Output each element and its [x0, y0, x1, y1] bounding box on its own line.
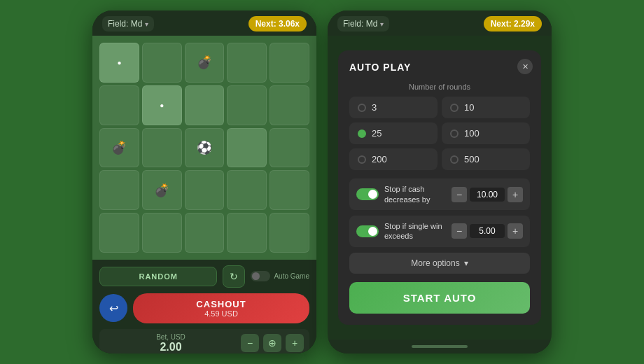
right-field-selector[interactable]: Field: Md ▾ — [337, 16, 389, 31]
left-phone: Field: Md ▾ Next: 3.06x ● 💣 ● 💣 — [92, 10, 316, 354]
modal-close-button[interactable]: ✕ — [517, 59, 533, 74]
radio-3 — [358, 104, 366, 112]
cell-1-2[interactable] — [185, 85, 225, 125]
radio-500 — [450, 155, 458, 164]
round-option-500[interactable]: 500 — [442, 148, 530, 170]
chevron-down-icon-right: ▾ — [380, 20, 384, 28]
left-topbar: Field: Md ▾ Next: 3.06x — [92, 10, 316, 36]
more-options-label: More options — [411, 258, 459, 268]
plus-icon-cash: + — [512, 189, 518, 200]
round-label-200: 200 — [372, 154, 387, 164]
cell-1-3[interactable] — [227, 85, 267, 125]
bottom-controls: RANDOM ↻ Auto Game ↩ CASHOUT 4.59 USD — [92, 260, 316, 354]
cell-0-2[interactable]: 💣 — [185, 43, 225, 83]
radio-200 — [358, 155, 366, 164]
controls-row2: ↩ CASHOUT 4.59 USD — [99, 293, 309, 323]
auto-game-label: Auto Game — [274, 272, 309, 280]
radio-25 — [358, 130, 366, 138]
cell-3-3[interactable] — [227, 170, 267, 210]
cashout-label: CASHOUT — [133, 299, 309, 309]
right-next-badge: Next: 2.29x — [484, 16, 542, 31]
cell-4-0[interactable] — [99, 213, 139, 253]
cell-2-1[interactable] — [142, 128, 182, 168]
autoplay-modal: AUTO PLAY ✕ Number of rounds 3 10 — [338, 50, 541, 324]
refresh-icon: ↻ — [230, 271, 238, 282]
cell-2-4[interactable] — [270, 128, 309, 168]
bet-value: 2.00 — [105, 341, 237, 354]
cell-2-0[interactable]: 💣 — [99, 128, 139, 168]
bet-decrease-button[interactable]: − — [241, 334, 259, 352]
random-button[interactable]: RANDOM — [99, 267, 217, 286]
round-option-200[interactable]: 200 — [349, 148, 438, 170]
right-phone: Field: Md ▾ Next: 2.29x AUTO PLAY ✕ Numb… — [328, 10, 552, 354]
cell-4-4[interactable] — [270, 213, 309, 253]
round-label-25: 25 — [372, 128, 382, 139]
radio-100 — [450, 130, 458, 138]
cell-0-4[interactable] — [270, 43, 309, 83]
round-option-100[interactable]: 100 — [442, 122, 530, 144]
round-option-3[interactable]: 3 — [349, 97, 438, 118]
back-button[interactable]: ↩ — [99, 294, 127, 322]
stop-win-increase[interactable]: + — [507, 223, 523, 239]
stop-cash-control: − 10.00 + — [451, 187, 523, 202]
right-home-bar — [412, 345, 468, 348]
start-auto-button[interactable]: START AUTO — [349, 282, 530, 314]
cell-3-4[interactable] — [270, 170, 309, 210]
left-field-selector[interactable]: Field: Md ▾ — [102, 16, 154, 31]
cashout-amount: 4.59 USD — [133, 309, 309, 318]
stop-win-decrease[interactable]: − — [451, 223, 467, 239]
bet-stack-button[interactable]: ⊕ — [263, 334, 281, 352]
cashout-button[interactable]: CASHOUT 4.59 USD — [133, 293, 309, 323]
bet-increase-button[interactable]: + — [286, 334, 304, 352]
cell-1-4[interactable] — [270, 85, 309, 125]
cell-0-3[interactable] — [227, 43, 267, 83]
cell-3-0[interactable] — [99, 170, 139, 210]
auto-toggle-area: Auto Game — [251, 271, 309, 281]
modal-title: AUTO PLAY — [349, 62, 530, 73]
round-label-100: 100 — [464, 128, 479, 139]
right-phone-bottom-bar — [328, 340, 552, 354]
chevron-down-icon: ▾ — [145, 20, 148, 28]
bet-label: Bet, USD — [105, 333, 237, 341]
plus-icon: + — [292, 337, 298, 349]
cell-1-0[interactable] — [99, 85, 139, 125]
auto-game-toggle[interactable] — [251, 271, 270, 281]
cell-4-2[interactable] — [185, 213, 225, 253]
cell-3-1[interactable]: 💣 — [142, 170, 182, 210]
game-area: ● 💣 ● 💣 ⚽ 💣 — [92, 36, 316, 260]
round-label-10: 10 — [464, 102, 474, 113]
stop-cash-text: Stop if cash decreases by — [384, 184, 446, 204]
stop-cash-condition: Stop if cash decreases by − 10.00 + — [349, 178, 530, 210]
stop-win-text: Stop if single win exceeds — [384, 221, 446, 241]
stop-win-toggle[interactable] — [356, 225, 379, 237]
controls-row1: RANDOM ↻ Auto Game — [99, 265, 309, 288]
stack-icon: ⊕ — [268, 337, 276, 349]
stop-cash-decrease[interactable]: − — [451, 187, 467, 202]
stop-win-condition: Stop if single win exceeds − 5.00 + — [349, 216, 530, 247]
left-field-label: Field: Md — [108, 19, 142, 29]
stop-cash-increase[interactable]: + — [507, 187, 523, 202]
more-options-button[interactable]: More options ▾ — [349, 253, 530, 274]
round-option-10[interactable]: 10 — [442, 97, 530, 118]
round-label-3: 3 — [372, 102, 377, 113]
round-option-25[interactable]: 25 — [349, 122, 438, 144]
cell-0-0[interactable]: ● — [99, 43, 139, 83]
cell-2-2[interactable]: ⚽ — [185, 128, 225, 168]
cell-0-1[interactable] — [142, 43, 182, 83]
stop-cash-value: 10.00 — [470, 188, 505, 202]
rounds-label: Number of rounds — [349, 83, 530, 91]
left-next-badge: Next: 3.06x — [248, 16, 307, 31]
arrow-left-icon: ↩ — [109, 302, 118, 315]
cell-4-3[interactable] — [227, 213, 267, 253]
stop-win-control: − 5.00 + — [451, 223, 523, 239]
cell-3-2[interactable] — [185, 170, 225, 210]
cell-1-1[interactable]: ● — [142, 85, 182, 125]
stop-cash-toggle[interactable] — [356, 188, 379, 200]
cell-4-1[interactable] — [142, 213, 182, 253]
bet-input-area: Bet, USD 2.00 − ⊕ + — [99, 329, 309, 354]
minus-icon-cash: − — [456, 189, 462, 200]
refresh-button[interactable]: ↻ — [223, 265, 245, 288]
cell-2-3[interactable] — [227, 128, 267, 168]
stop-win-value: 5.00 — [470, 224, 505, 238]
right-topbar: Field: Md ▾ Next: 2.29x — [328, 10, 552, 36]
